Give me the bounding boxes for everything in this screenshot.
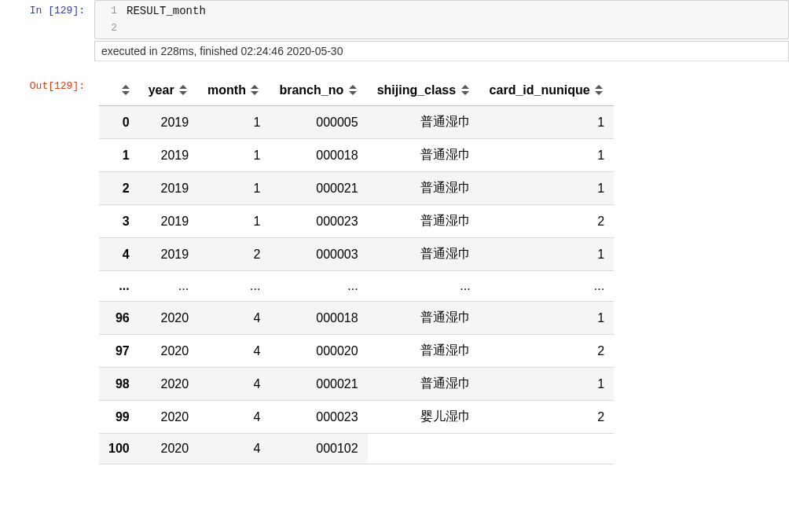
column-header-month[interactable]: month [198, 75, 270, 106]
cell-branch-no: 000003 [270, 238, 367, 271]
table-row: 320191000023普通湿巾2 [99, 205, 614, 238]
cell-year: 2020 [139, 401, 198, 434]
cell-month: 4 [198, 302, 270, 335]
row-index: 99 [99, 401, 139, 434]
row-index: 3 [99, 205, 139, 238]
table-row: 9620204000018普通湿巾1 [99, 302, 614, 335]
row-index: 4 [99, 238, 139, 271]
column-header-index[interactable] [99, 75, 139, 106]
cell-month: 4 [198, 401, 270, 434]
cell-month: ... [198, 271, 270, 302]
cell-shijing-class: 普通湿巾 [368, 368, 480, 401]
input-cell: In [129]: 1 RESULT_month 2 executed in 2… [0, 0, 789, 61]
column-header-year[interactable]: year [139, 75, 198, 106]
table-row: 9820204000021普通湿巾1 [99, 368, 614, 401]
cell-branch-no: 000021 [270, 172, 367, 205]
cell-month: 1 [198, 172, 270, 205]
dataframe-table: year month branch_no shijing_class card_… [99, 75, 614, 464]
cell-year: 2020 [139, 335, 198, 368]
cell-year: 2019 [139, 205, 198, 238]
cell-card-id-nunique: 2 [480, 335, 614, 368]
cell-year: 2020 [139, 302, 198, 335]
cell-year: 2019 [139, 106, 198, 139]
table-row: .................. [99, 271, 614, 302]
cell-branch-no: 000023 [270, 401, 367, 434]
cell-shijing-class: 普通湿巾 [368, 106, 480, 139]
cell-card-id-nunique: ... [480, 271, 614, 302]
cell-shijing-class: 普通湿巾 [368, 205, 480, 238]
cell-month: 4 [198, 335, 270, 368]
cell-card-id-nunique: 1 [480, 238, 614, 271]
column-header-card-id-nunique[interactable]: card_id_nunique [480, 75, 614, 106]
cell-shijing-class: 普通湿巾 [368, 139, 480, 172]
execution-info: executed in 228ms, finished 02:24:46 202… [94, 41, 789, 61]
row-index: 100 [99, 434, 139, 464]
output-prompt: Out[129]: [0, 75, 94, 92]
cell-card-id-nunique: 2 [480, 205, 614, 238]
row-index: 0 [99, 106, 139, 139]
table-row: 9720204000020普通湿巾2 [99, 335, 614, 368]
cell-year: 2020 [139, 434, 198, 464]
table-row: 120191000018普通湿巾1 [99, 139, 614, 172]
cell-card-id-nunique: 1 [480, 302, 614, 335]
column-header-branch-no[interactable]: branch_no [270, 75, 367, 106]
table-row: 220191000021普通湿巾1 [99, 172, 614, 205]
cell-month: 2 [198, 238, 270, 271]
row-index: ... [99, 271, 139, 302]
cell-branch-no: 000020 [270, 335, 367, 368]
cell-month: 4 [198, 434, 270, 464]
table-header-row: year month branch_no shijing_class card_… [99, 75, 614, 106]
cell-card-id-nunique: 1 [480, 172, 614, 205]
cell-year: 2019 [139, 172, 198, 205]
line-number: 1 [95, 2, 127, 20]
cell-card-id-nunique: 2 [480, 401, 614, 434]
cell-shijing-class: 普通湿巾 [368, 302, 480, 335]
table-row: 10020204000102 [99, 434, 614, 464]
cell-branch-no: 000023 [270, 205, 367, 238]
cell-card-id-nunique: 1 [480, 139, 614, 172]
line-number: 2 [95, 20, 127, 37]
cell-branch-no: 000018 [270, 302, 367, 335]
table-row: 020191000005普通湿巾1 [99, 106, 614, 139]
cell-branch-no: ... [270, 271, 367, 302]
cell-card-id-nunique: 1 [480, 368, 614, 401]
cell-shijing-class: 婴儿湿巾 [368, 401, 480, 434]
cell-year: 2020 [139, 368, 198, 401]
table-row: 9920204000023婴儿湿巾2 [99, 401, 614, 434]
table-row: 420192000003普通湿巾1 [99, 238, 614, 271]
cell-shijing-class: ... [368, 271, 480, 302]
column-header-shijing-class[interactable]: shijing_class [368, 75, 480, 106]
cell-shijing-class: 普通湿巾 [368, 172, 480, 205]
row-index: 2 [99, 172, 139, 205]
row-index: 96 [99, 302, 139, 335]
code-text: RESULT_month [127, 2, 206, 20]
cell-month: 1 [198, 205, 270, 238]
row-index: 98 [99, 368, 139, 401]
cell-month: 1 [198, 106, 270, 139]
cell-month: 1 [198, 139, 270, 172]
code-editor[interactable]: 1 RESULT_month 2 [94, 0, 789, 39]
cell-card-id-nunique: 1 [480, 106, 614, 139]
cell-year: 2019 [139, 238, 198, 271]
row-index: 1 [99, 139, 139, 172]
cell-branch-no: 000021 [270, 368, 367, 401]
cell-year: 2019 [139, 139, 198, 172]
cell-branch-no: 000018 [270, 139, 367, 172]
input-prompt: In [129]: [0, 0, 94, 17]
cell-year: ... [139, 271, 198, 302]
cell-branch-no: 000005 [270, 106, 367, 139]
cell-shijing-class: 普通湿巾 [368, 238, 480, 271]
row-index: 97 [99, 335, 139, 368]
cell-shijing-class: 普通湿巾 [368, 335, 480, 368]
cell-month: 4 [198, 368, 270, 401]
cell-branch-no: 000102 [270, 434, 367, 464]
output-cell: Out[129]: year month branch_no shijing_c… [0, 75, 789, 464]
